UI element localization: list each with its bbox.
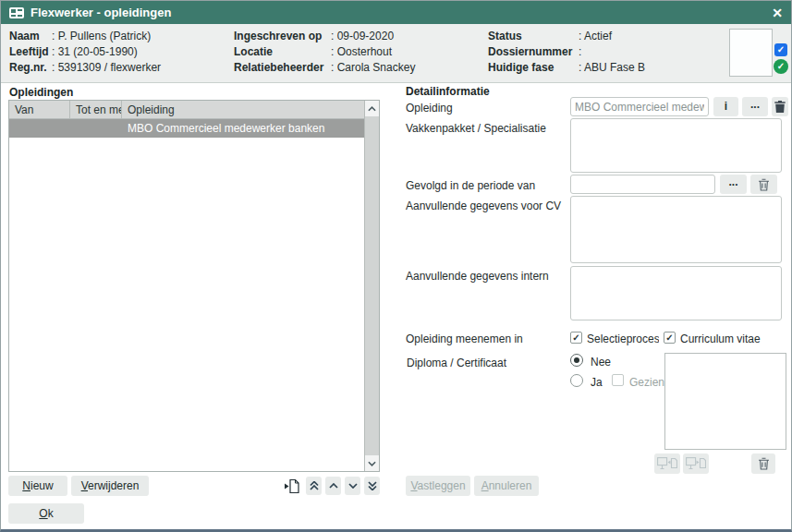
locatie-value: : Oosterhout (331, 44, 415, 60)
move-top-icon[interactable] (306, 477, 322, 495)
curriculum-vitae-checkbox-label[interactable]: Curriculum vitae (680, 332, 761, 345)
diploma-nee-label[interactable]: Nee (591, 356, 611, 369)
move-down-icon[interactable] (345, 477, 360, 495)
periode-input[interactable] (570, 175, 715, 194)
export-to-file-icon[interactable] (683, 453, 709, 474)
opleiding-delete-trash-icon[interactable] (772, 97, 788, 116)
dossiernummer-label: Dossiernummer (488, 44, 579, 60)
relatiebeheerder-label: Relatiebeheerder (234, 60, 331, 76)
id-card-icon (9, 7, 24, 18)
status-value: : Actief (579, 29, 645, 44)
import-from-file-icon[interactable] (654, 453, 680, 474)
gezien-checkbox[interactable] (612, 374, 624, 386)
intern-gegevens-label: Aanvullende gegevens intern (406, 270, 549, 283)
opleidingen-table: Van Tot en met Opleiding MBO Commercieel… (8, 100, 380, 472)
periode-browse-button[interactable]: ... (720, 175, 747, 194)
flexwerker-opleidingen-dialog: Flexwerker - opleidingen ✕ Naam : P. Pul… (0, 0, 792, 532)
opleiding-input[interactable] (570, 97, 709, 116)
huidige-fase-label: Huidige fase (488, 60, 579, 76)
selectieproces-checkbox-label[interactable]: Selectieproces (587, 332, 659, 345)
locatie-label: Locatie (234, 44, 331, 60)
dossiernummer-value: : (579, 44, 645, 60)
selectieproces-checkbox[interactable]: ✓ (570, 332, 582, 344)
diploma-label: Diploma / Certificaat (407, 357, 506, 369)
opleiding-label: Opleiding (406, 102, 453, 115)
column-header-van[interactable]: Van (9, 101, 70, 118)
periode-delete-trash-icon[interactable] (750, 175, 777, 194)
goto-record-icon[interactable] (282, 477, 302, 495)
diploma-ja-label[interactable]: Ja (591, 376, 603, 389)
info-button[interactable]: i (713, 97, 738, 116)
regnr-value: : 5391309 / flexwerker (52, 60, 161, 76)
leeftijd-label: Leeftijd (9, 44, 52, 60)
diploma-nee-radio[interactable] (570, 354, 583, 367)
window-title: Flexwerker - opleidingen (30, 6, 171, 19)
ok-button[interactable]: Ok (8, 503, 84, 524)
scroll-up-icon[interactable] (365, 101, 379, 116)
header-column-1: Naam : P. Pullens (Patrick) Leeftijd : 3… (9, 29, 161, 76)
intern-gegevens-textarea[interactable] (570, 266, 782, 320)
person-info-header: Naam : P. Pullens (Patrick) Leeftijd : 3… (1, 24, 791, 83)
blue-checked-checkbox-icon[interactable]: ✓ (774, 43, 787, 56)
header-column-3: Status : Actief Dossiernummer : Huidige … (488, 29, 645, 76)
header-column-2: Ingeschreven op : 09-09-2020 Locatie : O… (234, 29, 415, 76)
meenemen-label: Opleiding meenemen in (406, 332, 523, 345)
vakkenpakket-textarea[interactable] (570, 118, 782, 173)
vakkenpakket-label: Vakkenpakket / Specialisatie (406, 122, 546, 135)
diploma-image-box (664, 353, 786, 450)
annuleren-button[interactable]: Annuleren (474, 476, 539, 496)
opleiding-browse-button[interactable]: ... (742, 97, 768, 116)
gezien-checkbox-label: Gezien (629, 376, 664, 389)
verwijderen-button[interactable]: Verwijderen (71, 476, 149, 496)
titlebar: Flexwerker - opleidingen ✕ (1, 1, 791, 24)
opleidingen-section-title: Opleidingen (9, 86, 73, 99)
green-status-check-icon: ✓ (774, 59, 788, 74)
scroll-down-icon[interactable] (365, 455, 379, 471)
vastleggen-button[interactable]: Vastleggen (406, 476, 470, 496)
diploma-ja-radio[interactable] (570, 374, 583, 387)
move-up-icon[interactable] (325, 477, 341, 495)
naam-label: Naam (9, 29, 52, 44)
cv-gegevens-textarea[interactable] (570, 196, 782, 263)
naam-value: : P. Pullens (Patrick) (52, 29, 161, 44)
periode-label: Gevolgd in de periode van (406, 179, 535, 192)
curriculum-vitae-checkbox[interactable]: ✓ (664, 332, 676, 344)
detailinformatie-section-title: Detailinformatie (406, 85, 490, 98)
photo-placeholder (729, 29, 773, 77)
cv-gegevens-label: Aanvullende gegevens voor CV (406, 200, 561, 212)
diploma-delete-trash-icon[interactable] (751, 453, 775, 474)
vertical-scrollbar[interactable] (364, 101, 379, 471)
table-header-row: Van Tot en met Opleiding (9, 101, 364, 119)
table-row-selected[interactable]: MBO Commercieel medewerker banken (9, 119, 364, 138)
column-header-tot-en-met[interactable]: Tot en met (70, 101, 122, 118)
huidige-fase-value: : ABU Fase B (579, 60, 645, 76)
relatiebeheerder-value: : Carola Snackey (331, 60, 415, 76)
status-label: Status (488, 29, 579, 44)
nieuw-button[interactable]: Nieuw (8, 476, 67, 496)
regnr-label: Reg.nr. (9, 60, 52, 76)
move-bottom-icon[interactable] (364, 477, 380, 495)
ingeschreven-label: Ingeschreven op (234, 29, 331, 44)
column-header-opleiding[interactable]: Opleiding (122, 101, 364, 118)
close-icon[interactable]: ✕ (772, 6, 783, 19)
ingeschreven-value: : 09-09-2020 (331, 29, 415, 44)
leeftijd-value: : 31 (20-05-1990) (52, 44, 161, 60)
